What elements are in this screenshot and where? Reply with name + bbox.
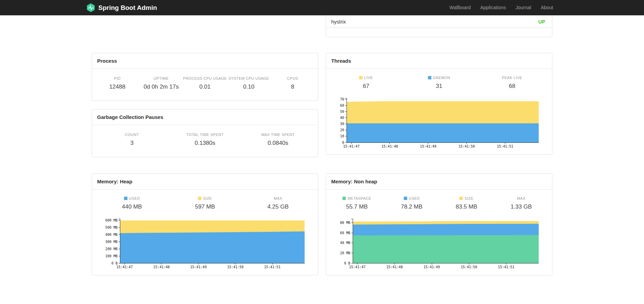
stat-label: LIVE: [329, 76, 402, 80]
stat-nonheap-max: MAX 1.33 GB: [494, 196, 549, 210]
row2-left-col: Process PID 12488 UPTIME 0d 0h 2m 17s PR…: [92, 53, 318, 157]
svg-text:15:41:49: 15:41:49: [420, 145, 436, 148]
nav-link-wallboard[interactable]: Wallboard: [445, 0, 476, 15]
svg-text:200 MB: 200 MB: [105, 247, 117, 251]
stat-label: UPTIME: [139, 76, 183, 80]
size-legend-swatch: [198, 197, 201, 200]
stat-threads-live: LIVE 67: [329, 76, 402, 90]
stat-gc-count: COUNT 3: [95, 133, 168, 147]
svg-text:60 MB: 60 MB: [340, 231, 350, 235]
row3-left-col: Memory: Heap USED 440 MB SIZE 597 MB: [92, 173, 318, 275]
stat-process-cpu-usage: PROCESS CPU USAGE 0.01: [183, 76, 227, 90]
stat-value: 597 MB: [168, 203, 241, 210]
svg-text:0: 0: [342, 141, 344, 145]
svg-text:15:41:48: 15:41:48: [386, 265, 402, 269]
heap-chart-area: 0 B100 MB200 MB300 MB400 MB500 MB600 MB1…: [92, 215, 318, 275]
nav-link-applications[interactable]: Applications: [475, 0, 511, 15]
stat-label-text: SIZE: [203, 196, 212, 200]
memory-nonheap-panel: Memory: Non heap METASPACE 55.7 MB USED …: [326, 173, 552, 275]
stat-value: 440 MB: [95, 203, 168, 210]
stat-value: 3: [95, 140, 168, 147]
svg-text:15:41:49: 15:41:49: [423, 265, 440, 269]
svg-text:15:41:50: 15:41:50: [458, 145, 475, 148]
svg-text:0 B: 0 B: [344, 261, 350, 265]
process-stats: PID 12488 UPTIME 0d 0h 2m 17s PROCESS CP…: [92, 69, 318, 101]
svg-text:300 MB: 300 MB: [105, 240, 117, 244]
stat-value: 1.33 GB: [494, 203, 549, 210]
nav-link-about[interactable]: About: [536, 0, 558, 15]
stat-nonheap-used: USED 78.2 MB: [384, 196, 439, 210]
stat-label: METASPACE: [329, 196, 384, 200]
svg-text:15:41:49: 15:41:49: [190, 265, 206, 269]
stat-label-text: DAEMON: [433, 76, 450, 80]
row2-right-col: Threads LIVE 67 DAEMON 31: [326, 53, 552, 157]
stat-label-text: USED: [409, 196, 420, 200]
stat-label: MAX: [494, 196, 549, 200]
stat-system-cpu-usage: SYSTEM CPU USAGE 0.10: [227, 76, 271, 90]
stat-nonheap-size: SIZE 83.5 MB: [439, 196, 494, 210]
stat-value: 0d 0h 2m 17s: [139, 83, 183, 90]
spring-boot-admin-logo-icon: [86, 3, 95, 12]
row-applications: hystrix UP: [92, 15, 552, 37]
svg-text:40: 40: [340, 116, 344, 120]
stat-label-text: LIVE: [364, 76, 373, 80]
svg-text:500 MB: 500 MB: [105, 226, 117, 229]
application-name[interactable]: hystrix: [331, 19, 346, 25]
threads-chart: 01020304050607015:41:4715:41:4815:41:491…: [337, 96, 541, 149]
threads-chart-area: 01020304050607015:41:4715:41:4815:41:491…: [326, 94, 552, 154]
svg-text:80 MB: 80 MB: [340, 221, 350, 225]
stat-label-text: USED: [129, 196, 140, 200]
stat-value: 0.0840s: [242, 140, 315, 147]
gc-panel: Garbage Collection Pauses COUNT 3 TOTAL …: [92, 109, 318, 157]
svg-text:60: 60: [340, 104, 344, 107]
threads-panel: Threads LIVE 67 DAEMON 31: [326, 53, 552, 155]
brand-title: Spring Boot Admin: [98, 4, 157, 12]
brand-link[interactable]: Spring Boot Admin: [86, 3, 157, 12]
gc-stats: COUNT 3 TOTAL TIME SPENT 0.1380s MAX TIM…: [92, 125, 318, 157]
row1-left-spacer: [92, 15, 318, 37]
size-legend-swatch: [459, 197, 463, 200]
stat-value: 12488: [95, 83, 139, 90]
stat-label: USED: [384, 196, 439, 200]
svg-text:30: 30: [340, 122, 344, 126]
used-legend-swatch: [124, 197, 127, 200]
application-row-hystrix: hystrix UP: [326, 16, 552, 28]
svg-text:40 MB: 40 MB: [340, 241, 350, 245]
nav-link-journal[interactable]: Journal: [511, 0, 536, 15]
stat-uptime: UPTIME 0d 0h 2m 17s: [139, 76, 183, 90]
svg-text:20: 20: [340, 128, 344, 132]
stat-cpus: CPUS 8: [271, 76, 315, 90]
row1-right-col: hystrix UP: [326, 15, 552, 37]
stat-label-text: SIZE: [464, 196, 473, 200]
svg-text:20 MB: 20 MB: [340, 251, 350, 255]
nav-links: Wallboard Applications Journal About: [445, 0, 558, 15]
svg-text:50: 50: [340, 110, 344, 113]
stat-label: PEAK LIVE: [476, 76, 549, 80]
metaspace-legend-swatch: [342, 197, 346, 200]
stat-label: SIZE: [168, 196, 241, 200]
row3-right-col: Memory: Non heap METASPACE 55.7 MB USED …: [326, 173, 552, 275]
main-content: hystrix UP Process PID 12488 UPTIME 0d: [92, 0, 552, 275]
stat-label: MAX TIME SPENT: [242, 133, 315, 137]
svg-text:15:41:50: 15:41:50: [461, 265, 477, 269]
applications-panel-bottom-spacer: [326, 28, 552, 37]
memory-nonheap-chart: 0 B20 MB40 MB60 MB80 MB15:41:4715:41:481…: [337, 216, 541, 270]
svg-text:15:41:51: 15:41:51: [264, 265, 280, 269]
stat-threads-peak-live: PEAK LIVE 68: [476, 76, 549, 90]
stat-value: 4.25 GB: [242, 203, 315, 210]
memory-heap-panel-title: Memory: Heap: [92, 174, 318, 189]
svg-text:15:41:48: 15:41:48: [381, 145, 398, 148]
stat-label: MAX: [242, 196, 315, 200]
svg-text:0 B: 0 B: [111, 261, 117, 265]
svg-text:15:41:51: 15:41:51: [498, 265, 514, 269]
gc-panel-title: Garbage Collection Pauses: [92, 109, 318, 125]
row-process-threads: Process PID 12488 UPTIME 0d 0h 2m 17s PR…: [92, 53, 552, 157]
stat-label: TOTAL TIME SPENT: [168, 133, 241, 137]
svg-text:70: 70: [340, 97, 344, 101]
stat-pid: PID 12488: [95, 76, 139, 90]
svg-text:15:41:47: 15:41:47: [343, 145, 359, 148]
memory-nonheap-panel-title: Memory: Non heap: [326, 174, 552, 189]
svg-text:10: 10: [340, 134, 344, 138]
threads-panel-title: Threads: [326, 53, 552, 69]
stat-label-text: METASPACE: [348, 196, 371, 200]
